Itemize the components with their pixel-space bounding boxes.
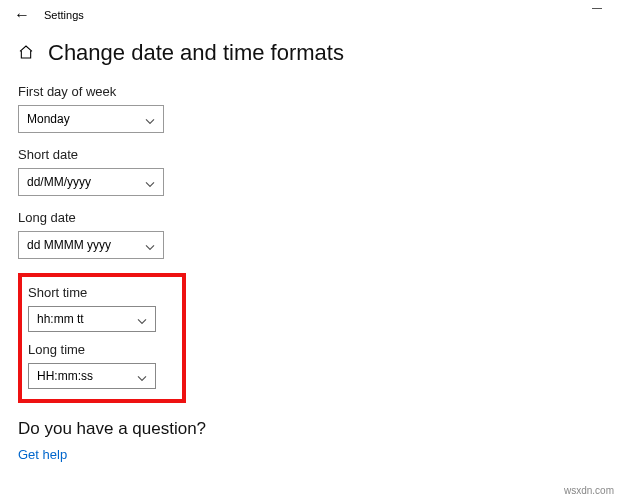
label-first-day-of-week: First day of week [18, 84, 602, 99]
highlight-annotation-box: Short time hh:mm tt Long time HH:mm:ss [18, 273, 186, 403]
chevron-down-icon [145, 176, 155, 190]
back-arrow-icon[interactable]: ← [14, 6, 30, 24]
home-icon[interactable] [18, 44, 34, 63]
select-value: dd/MM/yyyy [27, 175, 91, 189]
watermark-text: wsxdn.com [564, 485, 614, 496]
select-value: HH:mm:ss [37, 369, 93, 383]
field-long-date: Long date dd MMMM yyyy [18, 210, 602, 259]
titlebar: ← Settings [0, 0, 620, 28]
select-short-time[interactable]: hh:mm tt [28, 306, 156, 332]
get-help-link[interactable]: Get help [18, 447, 67, 462]
select-long-time[interactable]: HH:mm:ss [28, 363, 156, 389]
question-heading: Do you have a question? [18, 419, 602, 439]
field-short-time: Short time hh:mm tt [28, 285, 172, 332]
select-first-day-of-week[interactable]: Monday [18, 105, 164, 133]
label-long-time: Long time [28, 342, 172, 357]
page-title: Change date and time formats [48, 40, 344, 66]
select-value: hh:mm tt [37, 312, 84, 326]
field-first-day-of-week: First day of week Monday [18, 84, 602, 133]
select-value: dd MMMM yyyy [27, 238, 111, 252]
window-title: Settings [44, 9, 84, 21]
minimize-icon[interactable] [592, 8, 602, 9]
chevron-down-icon [137, 313, 147, 327]
chevron-down-icon [145, 113, 155, 127]
label-short-time: Short time [28, 285, 172, 300]
label-long-date: Long date [18, 210, 602, 225]
select-short-date[interactable]: dd/MM/yyyy [18, 168, 164, 196]
chevron-down-icon [145, 239, 155, 253]
content-area: First day of week Monday Short date dd/M… [0, 84, 620, 462]
page-header: Change date and time formats [0, 28, 620, 84]
chevron-down-icon [137, 370, 147, 384]
label-short-date: Short date [18, 147, 602, 162]
select-long-date[interactable]: dd MMMM yyyy [18, 231, 164, 259]
field-short-date: Short date dd/MM/yyyy [18, 147, 602, 196]
select-value: Monday [27, 112, 70, 126]
field-long-time: Long time HH:mm:ss [28, 342, 172, 389]
